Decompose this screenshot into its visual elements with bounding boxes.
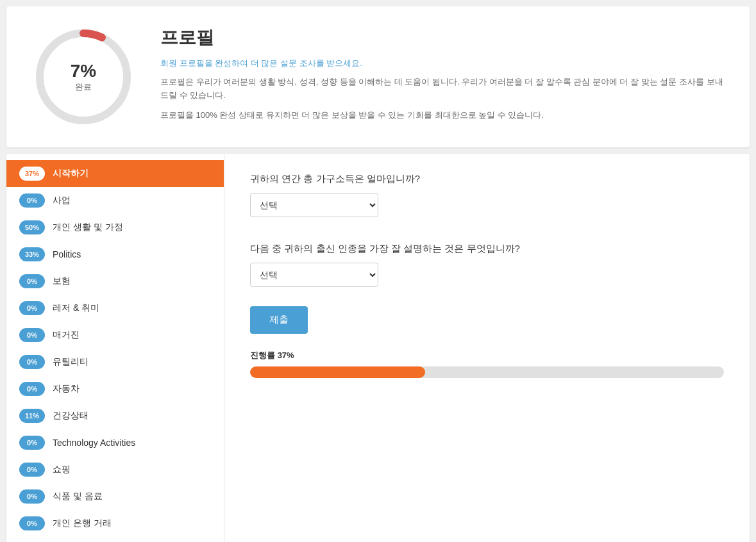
sidebar-label-leisure: 레저 & 취미 — [53, 302, 99, 314]
sidebar-item-start[interactable]: 37%시작하기 — [6, 160, 224, 187]
main-content: 37%시작하기0%사업50%개인 생활 및 가정33%Politics0%보험0… — [6, 154, 750, 542]
badge-magazine: 0% — [19, 328, 45, 342]
sidebar-label-magazine: 매거진 — [53, 329, 80, 341]
sidebar-label-start: 시작하기 — [53, 168, 88, 179]
badge-business: 0% — [19, 193, 45, 208]
sidebar-label-food: 식품 및 음료 — [53, 491, 103, 502]
sidebar-item-invest[interactable]: 0%투자 — [6, 537, 224, 542]
circle-center: 7% 완료 — [71, 61, 96, 93]
sidebar-label-politics: Politics — [53, 249, 81, 259]
badge-start: 37% — [19, 167, 45, 181]
badge-health: 11% — [19, 409, 45, 423]
progress-circle: 7% 완료 — [32, 26, 135, 128]
profile-card: 7% 완료 프로필 회원 프로필을 완성하여 더 많은 설문 조사를 받으세요.… — [6, 6, 750, 147]
profile-subtitle: 회원 프로필을 완성하여 더 많은 설문 조사를 받으세요. — [160, 58, 724, 69]
sidebar-item-tech[interactable]: 0%Technology Activities — [6, 429, 224, 456]
sidebar-item-utility[interactable]: 0%유틸리티 — [6, 349, 224, 375]
badge-insurance: 0% — [19, 274, 45, 288]
question-2: 다음 중 귀하의 출신 인종을 가장 잘 설명하는 것은 무엇입니까? — [250, 243, 724, 255]
progress-bar-fill — [250, 366, 425, 378]
sidebar-label-tech: Technology Activities — [53, 438, 135, 448]
sidebar: 37%시작하기0%사업50%개인 생활 및 가정33%Politics0%보험0… — [6, 154, 224, 542]
sidebar-item-food[interactable]: 0%식품 및 음료 — [6, 483, 224, 510]
profile-desc2: 프로필을 100% 완성 상태로 유지하면 더 많은 보상을 받을 수 있는 기… — [160, 109, 724, 122]
sidebar-item-banking[interactable]: 0%개인 은행 거래 — [6, 510, 224, 537]
submit-button[interactable]: 제출 — [250, 306, 308, 334]
sidebar-label-auto: 자동차 — [53, 383, 80, 395]
sidebar-item-auto[interactable]: 0%자동차 — [6, 375, 224, 402]
badge-food: 0% — [19, 489, 45, 504]
question-1: 귀하의 연간 총 가구소득은 얼마입니까? — [250, 173, 724, 185]
badge-shopping: 0% — [19, 463, 45, 477]
sidebar-label-shopping: 쇼핑 — [53, 464, 71, 475]
sidebar-label-utility: 유틸리티 — [53, 356, 88, 368]
circle-label: 완료 — [75, 82, 92, 92]
badge-personal: 50% — [19, 220, 45, 234]
sidebar-item-business[interactable]: 0%사업 — [6, 187, 224, 214]
sidebar-item-shopping[interactable]: 0%쇼핑 — [6, 456, 224, 483]
ethnicity-select[interactable]: 선택 — [250, 263, 378, 287]
income-select[interactable]: 선택 — [250, 193, 378, 217]
sidebar-label-business: 사업 — [53, 195, 71, 206]
sidebar-item-insurance[interactable]: 0%보험 — [6, 268, 224, 295]
sidebar-item-health[interactable]: 11%건강상태 — [6, 402, 224, 429]
badge-leisure: 0% — [19, 301, 45, 315]
sidebar-item-politics[interactable]: 33%Politics — [6, 241, 224, 268]
sidebar-item-personal[interactable]: 50%개인 생활 및 가정 — [6, 214, 224, 241]
page-wrapper: 7% 완료 프로필 회원 프로필을 완성하여 더 많은 설문 조사를 받으세요.… — [0, 0, 756, 542]
badge-tech: 0% — [19, 436, 45, 450]
sidebar-label-insurance: 보험 — [53, 275, 71, 287]
badge-utility: 0% — [19, 355, 45, 369]
profile-text-area: 프로필 회원 프로필을 완성하여 더 많은 설문 조사를 받으세요. 프로필은 … — [160, 26, 724, 128]
sidebar-label-health: 건강상태 — [53, 410, 88, 422]
badge-auto: 0% — [19, 382, 45, 396]
sidebar-item-magazine[interactable]: 0%매거진 — [6, 322, 224, 349]
circle-percent: 7% — [71, 61, 96, 81]
sidebar-label-banking: 개인 은행 거래 — [53, 518, 112, 529]
progress-label: 진행률 37% — [250, 350, 724, 361]
progress-section: 진행률 37% — [250, 350, 724, 378]
badge-politics: 33% — [19, 247, 45, 261]
badge-banking: 0% — [19, 516, 45, 530]
profile-desc1: 프로필은 우리가 여러분의 생활 방식, 성격, 성향 등을 이해하는 데 도움… — [160, 76, 724, 103]
profile-title: 프로필 — [160, 26, 724, 50]
sidebar-item-leisure[interactable]: 0%레저 & 취미 — [6, 295, 224, 322]
sidebar-label-personal: 개인 생활 및 가정 — [53, 222, 123, 233]
form-area: 귀하의 연간 총 가구소득은 얼마입니까? 선택 다음 중 귀하의 출신 인종을… — [224, 154, 750, 542]
progress-bar-bg — [250, 366, 724, 378]
